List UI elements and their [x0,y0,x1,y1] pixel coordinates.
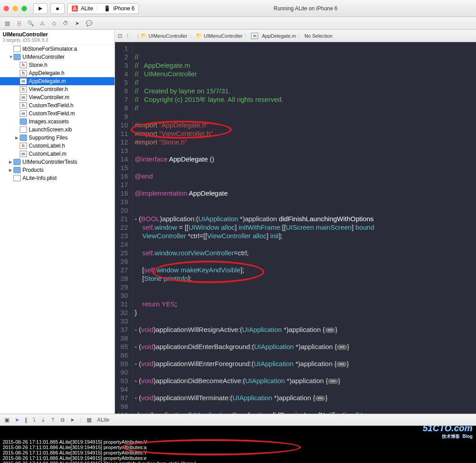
step-out-icon[interactable]: ⇡ [51,417,55,423]
code-text[interactable]: // // AppDelegate.m // UIMenuController … [133,42,476,414]
h-icon: h [20,143,27,149]
zoom-icon[interactable] [22,6,27,11]
jumpbar-item[interactable]: UIMenuController [204,33,242,39]
minimize-icon[interactable] [13,6,18,11]
folder-icon: 📁 [141,33,147,39]
project-subtitle: 3 targets, iOS SDK 8.3 [3,38,112,43]
h-icon: h [20,102,27,109]
scheme-device: iPhone 6 [113,5,134,12]
h-icon: h [20,62,27,68]
file-label: Products [22,167,44,173]
file-tree-item[interactable]: ▶UIMenuControllerTests [0,158,115,166]
jumpbar-item[interactable]: AppDelegate.m [262,33,296,39]
project-title: UIMenuController [3,31,112,38]
titlebar: ▶ ■ 🅰️ ALite 〉 📱 iPhone 6 Running ALite … [0,0,476,17]
app-icon: 🅰️ [71,5,78,12]
h-icon: h [20,70,27,76]
console-output[interactable]: 2015-08-26 17:11:01.885 ALite[3019:19491… [0,426,476,463]
chevron-right-icon: 〉 [96,4,101,12]
xib-icon [20,127,27,133]
activity-status: Running ALite on iPhone 6 [139,5,472,12]
file-label: UIMenuController [22,54,65,60]
file-tree-item[interactable]: Images.xcassets [0,118,115,126]
file-label: ViewController.h [29,86,68,92]
line-gutter: 1234567891011121314151617181920212223242… [115,42,133,414]
file-label: Images.xcassets [29,118,69,125]
back-icon[interactable]: 〈 [124,32,129,39]
file-label: ViewController.m [29,94,69,100]
file-tree-item[interactable]: hCustomTextField.h [0,101,115,109]
jumpbar-item[interactable]: UIMenuController [149,33,187,39]
folder-icon [20,135,27,141]
project-header[interactable]: UIMenuController 3 targets, iOS SDK 8.3 [0,30,115,45]
step-over-icon[interactable]: ⤵ [33,417,35,423]
breakpoint-nav-icon[interactable]: ➤ [74,20,81,26]
process-icon: ▦ [87,417,92,423]
file-tree-item[interactable]: mAppDelegate.m [0,77,115,85]
file-tree-item[interactable]: LaunchScreen.xib [0,126,115,134]
location-icon[interactable]: ➤ [70,417,75,423]
view-debug-icon[interactable]: ⧉ [61,417,65,423]
file-label: CustomTextField.h [29,102,73,109]
file-tree-item[interactable]: ▶Supporting Files [0,134,115,142]
file-tree-item[interactable]: ▼UIMenuController [0,53,115,61]
jumpbar-item[interactable]: No Selection [304,33,332,39]
file-tree-item[interactable]: hCustomLabel.h [0,142,115,150]
debug-nav-icon[interactable]: ⏱ [62,20,69,26]
breakpoint-icon[interactable]: ➤ [15,417,19,423]
plist-icon [13,175,21,181]
file-label: AppDelegate.m [29,78,66,84]
debug-area: ▣ ➤ ‖ ⤵ ⇣ ⇡ ⧉ ➤ | ▦ ALite 2015-08-26 17:… [0,414,476,463]
file-tree-item[interactable]: mViewController.m [0,93,115,101]
run-button[interactable]: ▶ [33,3,48,14]
lib-icon [13,46,21,52]
file-tree-item[interactable]: hViewController.h [0,85,115,93]
file-label: ALite-Info.plist [22,175,57,181]
m-icon: m [20,151,27,157]
watermark: 51CTO.com技术博客 Blog [408,426,472,460]
stop-button[interactable]: ■ [50,3,65,14]
folder-icon [20,118,27,125]
pause-icon[interactable]: ‖ [25,417,27,423]
project-nav-icon[interactable]: ▤ [4,20,11,26]
window-controls [4,6,27,11]
jump-bar[interactable]: ◫ 〈 〉 | 📁UIMenuController 〉 📁UIMenuContr… [115,30,476,42]
symbol-nav-icon[interactable]: ⌸ [15,20,22,26]
scheme-app: ALite [81,5,93,12]
file-tree-item[interactable]: ALite-Info.plist [0,174,115,182]
forward-icon[interactable]: 〉 [131,32,136,39]
report-nav-icon[interactable]: 💬 [85,20,93,26]
hide-debug-icon[interactable]: ▣ [4,417,9,423]
find-nav-icon[interactable]: 🔍 [27,20,34,26]
folder-icon: 📁 [196,33,202,39]
folder-icon [13,159,21,165]
folder-icon [13,167,21,173]
related-items-icon[interactable]: ◫ [118,33,122,39]
debug-bar: ▣ ➤ ‖ ⤵ ⇣ ⇡ ⧉ ➤ | ▦ ALite [0,414,476,426]
file-label: CustomLabel.h [29,143,65,149]
file-label: CustomLabel.m [29,151,66,157]
folder-icon [13,54,21,60]
file-tree-item[interactable]: hAppDelegate.h [0,69,115,77]
file-tree-item[interactable]: mCustomLabel.m [0,150,115,158]
file-tree-item[interactable]: ▶Products [0,166,115,174]
debug-target[interactable]: ALite [97,417,109,423]
m-icon: m [20,94,27,100]
m-icon: m [20,110,27,117]
file-label: Supporting Files [29,135,68,141]
test-nav-icon[interactable]: ◇ [50,20,57,26]
m-icon: m [20,78,27,84]
issue-nav-icon[interactable]: ⚠ [39,20,46,26]
step-in-icon[interactable]: ⇣ [41,417,45,423]
file-tree-item[interactable]: hStone.h [0,61,115,69]
file-label: UIMenuControllerTests [22,159,77,165]
device-icon: 📱 [104,5,110,12]
project-navigator: UIMenuController 3 targets, iOS SDK 8.3 … [0,30,115,414]
file-tree-item[interactable]: libStoneForSimulator.a [0,45,115,53]
editor-area: ◫ 〈 〉 | 📁UIMenuController 〉 📁UIMenuContr… [115,30,476,414]
scheme-selector[interactable]: 🅰️ ALite 〉 📱 iPhone 6 [67,3,139,14]
code-editor[interactable]: 1234567891011121314151617181920212223242… [115,42,476,414]
close-icon[interactable] [4,6,9,11]
file-tree-item[interactable]: mCustomTextField.m [0,109,115,118]
file-label: LaunchScreen.xib [29,127,72,133]
